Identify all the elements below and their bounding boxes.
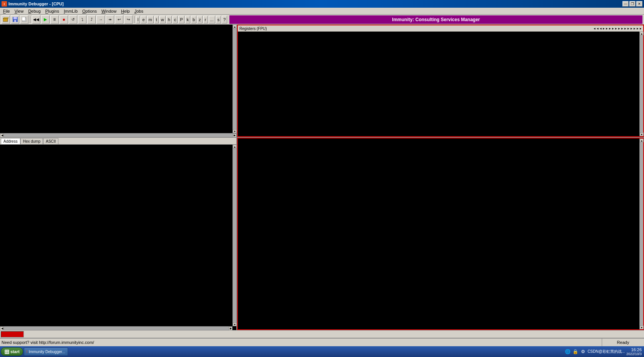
systray-app-icon: ⚙ (580, 349, 586, 355)
menu-options[interactable]: Options (80, 8, 99, 14)
toolbar-help-btn[interactable]: ? (222, 16, 227, 23)
dump-hscroll[interactable]: ◀ ▶ (0, 326, 232, 330)
toolbar-b-btn[interactable]: b (191, 16, 196, 23)
taskbar-item-1[interactable]: I Immunity Debugger... (24, 347, 68, 356)
disasm-scroll-left[interactable]: ◀ (0, 133, 4, 137)
menu-jobs[interactable]: Jobs (132, 8, 146, 14)
dump-scroll-left[interactable]: ◀ (0, 327, 4, 330)
toolbar-runtill-btn[interactable]: ↠ (106, 15, 114, 24)
reg-scroll-down[interactable]: ▼ (640, 132, 644, 136)
disasm-scroll-right[interactable]: ▶ (232, 133, 236, 137)
toolbar-stop-btn[interactable]: ■ (60, 15, 68, 24)
toolbar-t-btn[interactable]: t (154, 16, 159, 23)
disasm-scroll-track-h (4, 133, 232, 137)
consulting-banner: Immunity: Consulting Services Manager (229, 15, 642, 24)
dump-panel: Address Hex dump ASCII ▲ ▼ ◀ ▶ (0, 138, 237, 330)
command-input[interactable] (1, 331, 24, 337)
toolbar-copy-btn[interactable] (20, 15, 28, 24)
toolbar-P-btn[interactable]: P (178, 16, 184, 23)
systray-security-icon: 🔒 (572, 349, 578, 355)
toolbar-stepover-btn[interactable]: ⤴ (87, 15, 96, 24)
disasm-scroll-up[interactable]: ▲ (233, 25, 237, 28)
toolbar-k-btn[interactable]: k (185, 16, 191, 23)
disasm-scroll-down[interactable]: ▼ (233, 129, 237, 133)
title-bar: I Immunity Debugger - [CPU] — ❐ ✕ (0, 0, 644, 8)
dump-tab-ascii[interactable]: ASCII (43, 138, 58, 144)
menu-view[interactable]: View (12, 8, 26, 14)
svg-rect-4 (14, 20, 16, 22)
toolbar-back-btn[interactable]: ↩ (115, 15, 123, 24)
dump-content: ▲ ▼ ◀ ▶ (0, 145, 236, 330)
dump-scroll-up[interactable]: ▲ (233, 145, 237, 148)
toolbar-w-btn[interactable]: w (159, 16, 166, 23)
stack-panel: ▲ ▼ (237, 138, 644, 330)
restore-button[interactable]: ❐ (629, 1, 636, 7)
dump-scroll-right[interactable]: ▶ (229, 327, 232, 330)
stack-vscroll[interactable]: ▲ ▼ (639, 138, 643, 329)
status-support-text: Need support? visit http://forum.immunit… (0, 340, 602, 345)
menu-plugins[interactable]: Plugins (43, 8, 61, 14)
menu-debug[interactable]: Debug (26, 8, 43, 14)
stack-content (238, 138, 643, 329)
toolbar-c-btn[interactable]: c (173, 16, 178, 23)
reg-scroll-track (640, 35, 643, 132)
toolbar-m-btn[interactable]: m (147, 16, 154, 23)
title-bar-controls: — ❐ ✕ (622, 1, 642, 7)
toolbar-open-btn[interactable] (2, 15, 10, 24)
disasm-scroll-track-v (233, 28, 236, 129)
disasm-hscroll[interactable]: ◀ ▶ (0, 133, 236, 137)
dump-vscroll[interactable]: ▲ ▼ (232, 145, 236, 326)
dump-tab-hexdump[interactable]: Hex dump (20, 138, 43, 144)
toolbar-z-btn[interactable]: z (197, 16, 202, 23)
status-bar: Need support? visit http://forum.immunit… (0, 338, 644, 346)
dump-tab-address[interactable]: Address (1, 138, 20, 144)
dump-scroll-track-v (233, 148, 236, 322)
status-ready: Ready (602, 339, 644, 346)
toolbar-save-btn[interactable] (11, 15, 19, 24)
toolbar-e-btn[interactable]: e (141, 16, 146, 23)
taskbar-csdn-text: CSDN@彩虹黑的战... (588, 349, 625, 354)
toolbar-ellipsis-btn[interactable]: ... (209, 16, 215, 23)
menu-window[interactable]: Window (99, 8, 119, 14)
menu-immlib[interactable]: ImmLib (61, 8, 80, 14)
menu-file[interactable]: File (1, 8, 12, 14)
reg-scroll-up[interactable]: ▲ (640, 32, 644, 35)
toolbar-play-btn[interactable]: ▶ (41, 15, 50, 24)
main-area: ◀ ▶ ▲ ▼ Registers (FPU) ◂◂◂ ▸▸▸ ▸▸▸ ▸▸▸ (0, 25, 644, 330)
taskbar-right: 🌐 🔒 ⚙ CSDN@彩虹黑的战... 16:26 2022/10/3 (564, 347, 643, 356)
start-button[interactable]: ⊞ start (1, 347, 23, 356)
systray-network-icon: 🌐 (564, 349, 571, 355)
toolbar-stepinto-btn[interactable]: ⤵ (78, 15, 86, 24)
toolbar-r-btn[interactable]: r (203, 16, 208, 23)
dump-scroll-down[interactable]: ▼ (233, 322, 237, 326)
registers-header: Registers (FPU) ◂◂◂ ▸▸▸ ▸▸▸ ▸▸▸ ▸▸▸ ▸ (238, 25, 643, 32)
svg-rect-3 (13, 17, 17, 19)
close-button[interactable]: ✕ (636, 1, 642, 7)
disassembly-panel: ◀ ▶ ▲ ▼ (0, 25, 237, 137)
toolbar: ◀◀ ▶ ⏸ ■ ↺ ⤵ ⤴ → ↠ ↩ ↪ l e m t w h c P k… (0, 15, 644, 25)
stack-scroll-up[interactable]: ▲ (640, 138, 644, 142)
toolbar-sep-1 (30, 16, 30, 23)
toolbar-l-btn[interactable]: l (136, 16, 140, 23)
minimize-button[interactable]: — (622, 1, 629, 7)
svg-marker-1 (3, 17, 8, 18)
disasm-vscroll[interactable]: ▲ ▼ (232, 25, 236, 133)
reg-header-arrows: ◂◂◂ ▸▸▸ ▸▸▸ ▸▸▸ ▸▸▸ ▸ (594, 27, 642, 30)
toolbar-pause-btn[interactable]: ⏸ (50, 15, 59, 24)
registers-content (238, 32, 643, 136)
top-row: ◀ ▶ ▲ ▼ Registers (FPU) ◂◂◂ ▸▸▸ ▸▸▸ ▸▸▸ (0, 25, 644, 138)
menu-help[interactable]: Help (119, 8, 132, 14)
taskbar-clock: 16:26 2022/10/3 (626, 347, 642, 356)
stack-scroll-track (640, 142, 643, 325)
toolbar-restart-btn[interactable]: ↺ (69, 15, 77, 24)
toolbar-s-btn[interactable]: s (216, 16, 221, 23)
registers-title: Registers (FPU) (239, 27, 267, 31)
menu-bar: File View Debug Plugins ImmLib Options W… (0, 8, 644, 15)
toolbar-steptill-btn[interactable]: → (96, 15, 105, 24)
taskbar: ⊞ start I Immunity Debugger... 🌐 🔒 ⚙ CSD… (0, 346, 644, 357)
stack-scroll-down[interactable]: ▼ (640, 325, 644, 329)
reg-vscroll[interactable]: ▲ ▼ (639, 32, 643, 136)
toolbar-forward-btn[interactable]: ↪ (124, 15, 133, 24)
toolbar-rewind-btn[interactable]: ◀◀ (32, 15, 40, 24)
toolbar-h-btn[interactable]: h (166, 16, 172, 23)
